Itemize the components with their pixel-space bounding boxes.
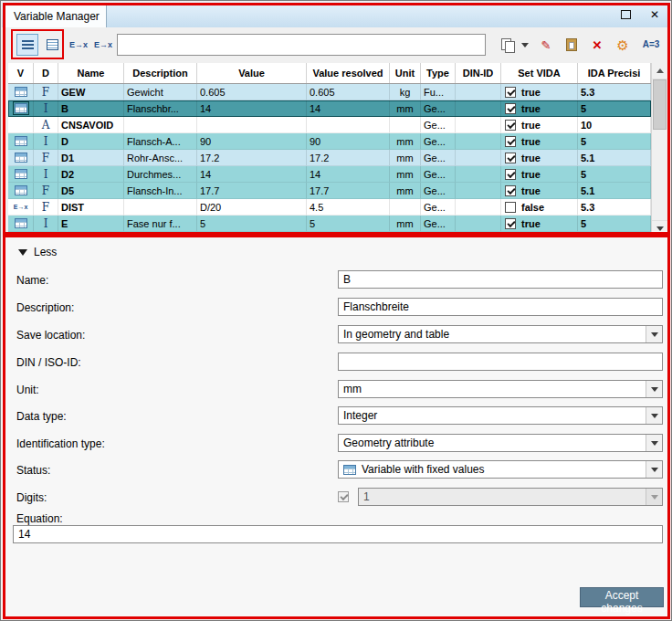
cell-set-vida: true <box>501 183 578 199</box>
copy-button[interactable] <box>497 34 519 56</box>
cell-data-type-letter: I <box>34 166 58 183</box>
column-header-din-id[interactable]: DIN-ID <box>456 63 501 83</box>
set-vida-checkbox[interactable] <box>505 103 516 114</box>
scroll-up-button[interactable] <box>652 63 667 79</box>
column-header-unit[interactable]: Unit <box>390 63 421 83</box>
column-header-set-vida[interactable]: Set VIDA <box>501 63 578 83</box>
delete-variable-button[interactable]: ✕ <box>586 34 608 56</box>
set-vida-checkbox[interactable] <box>505 169 516 180</box>
cell-set-vida: true <box>501 166 578 183</box>
form-row-unit: Unit: mm <box>2 380 670 400</box>
set-vida-checkbox[interactable] <box>505 218 516 229</box>
less-expander[interactable]: Less <box>18 246 57 258</box>
detail-view-button[interactable] <box>41 34 63 56</box>
cell-precision: 5.1 <box>578 183 651 199</box>
set-vida-checkbox[interactable] <box>505 87 516 98</box>
form-row-data-type: Data type: Integer <box>2 406 670 426</box>
description-input[interactable] <box>338 298 663 316</box>
variable-grid-icon <box>15 218 27 228</box>
cell-name: DIST <box>58 199 124 216</box>
cell-value: 17.7 <box>197 183 307 199</box>
cell-name: B <box>58 100 124 117</box>
set-vida-value: true <box>521 103 541 114</box>
cell-precision: 5 <box>578 216 651 232</box>
chevron-down-icon <box>646 381 662 397</box>
set-vida-checkbox[interactable] <box>505 153 516 163</box>
equation-input[interactable] <box>13 525 663 543</box>
table-row[interactable]: FGEWGewicht0.6050.605kgFu...true5.3 <box>8 84 651 100</box>
details-panel: Less Name: Description: Save location: I… <box>2 237 670 619</box>
set-vida-checkbox[interactable] <box>505 120 516 131</box>
set-vida-value: true <box>521 169 541 180</box>
cell-unit: mm <box>390 133 421 150</box>
detail-list-icon <box>47 39 58 50</box>
paste-button[interactable] <box>561 34 583 56</box>
column-header-type[interactable]: Type <box>421 63 456 83</box>
set-vida-checkbox[interactable] <box>505 136 516 147</box>
cell-data-type-letter: I <box>34 216 58 232</box>
set-vida-checkbox[interactable] <box>505 202 516 213</box>
table-body: FGEWGewicht0.6050.605kgFu...true5.3IBFla… <box>8 84 651 237</box>
unit-select[interactable]: mm <box>338 380 663 398</box>
formula-view-button[interactable]: E→x <box>68 34 89 56</box>
window-title-tab[interactable]: Variable Manager <box>5 4 107 27</box>
table-row[interactable]: E→xFDISTD/204.5Ge...false5.3 <box>8 199 651 216</box>
set-vida-value: true <box>521 87 541 98</box>
scroll-thumb[interactable] <box>653 79 667 130</box>
identification-type-select[interactable]: Geometry attribute <box>338 434 663 452</box>
cell-unit <box>390 117 421 133</box>
cell-value: 14 <box>197 166 307 183</box>
column-header-value-resolved[interactable]: Value resolved <box>307 63 390 83</box>
scroll-down-button[interactable] <box>652 220 667 237</box>
column-header-d[interactable]: D <box>34 63 58 83</box>
cell-v <box>8 150 34 166</box>
digits-checkbox[interactable] <box>338 491 349 502</box>
column-header-v[interactable]: V <box>8 63 34 83</box>
close-button[interactable]: ✕ <box>645 5 665 24</box>
maximize-icon <box>621 10 631 19</box>
cell-type: Ge... <box>421 199 456 216</box>
cell-value: 5 <box>197 216 307 232</box>
cell-data-type-letter: I <box>34 100 58 117</box>
accept-changes-button[interactable]: Accept changes <box>580 587 664 607</box>
column-header-description[interactable]: Description <box>124 63 197 83</box>
table-row[interactable]: FD1Rohr-Ansc...17.217.2mmGe...true5.1 <box>8 150 651 166</box>
digits-select: 1 <box>358 488 663 506</box>
table-row[interactable]: FD5Flansch-In...17.717.7mmGe...true5.1 <box>8 183 651 199</box>
cell-data-type-letter: I <box>34 133 58 150</box>
edit-variable-button[interactable]: ✎ <box>535 34 557 56</box>
chevron-down-icon <box>646 326 662 342</box>
formula-editor-button[interactable]: E→x <box>92 34 114 56</box>
table-row[interactable]: IDFlansch-A...9090mmGe...true5 <box>8 133 651 150</box>
table-row[interactable]: IEFase nur f...55mmGe...true5 <box>8 216 651 232</box>
column-header-value[interactable]: Value <box>197 63 307 83</box>
cell-description: Durchmes... <box>124 166 197 183</box>
cell-type: Ge... <box>421 133 456 150</box>
form-row-din-iso-id: DIN / ISO-ID: <box>2 353 670 373</box>
save-location-label: Save location: <box>16 329 85 342</box>
status-select[interactable]: Variable with fixed values <box>338 460 663 479</box>
variable-grid-icon <box>15 169 27 179</box>
list-view-button[interactable] <box>16 34 38 56</box>
table-row[interactable]: ACNSAVOIDGe...true10 <box>8 117 651 133</box>
data-type-select[interactable]: Integer <box>338 406 663 425</box>
settings-button[interactable]: ⚙ <box>612 34 634 56</box>
assign-value-button[interactable]: A=3 <box>637 34 665 56</box>
maximize-button[interactable] <box>615 5 635 24</box>
set-vida-checkbox[interactable] <box>505 185 516 196</box>
cell-v <box>8 84 34 100</box>
cell-unit: kg <box>390 84 421 100</box>
table-row[interactable]: IBFlanschbr...1414mmGe...true5 <box>8 100 651 117</box>
column-header-name[interactable]: Name <box>58 63 124 83</box>
filter-input[interactable] <box>117 34 486 56</box>
cell-v <box>8 117 34 133</box>
name-input[interactable] <box>338 270 663 289</box>
table-scrollbar[interactable] <box>651 63 667 237</box>
copy-dropdown-button[interactable] <box>519 34 531 56</box>
cell-type: Ge... <box>421 166 456 183</box>
column-header-ida-precisi[interactable]: IDA Precisi <box>578 63 651 83</box>
save-location-select[interactable]: In geometry and table <box>338 325 663 343</box>
cell-value: 90 <box>197 133 307 150</box>
table-row[interactable]: ID2Durchmes...1414mmGe...true5 <box>8 166 651 183</box>
din-iso-id-input[interactable] <box>338 353 663 371</box>
